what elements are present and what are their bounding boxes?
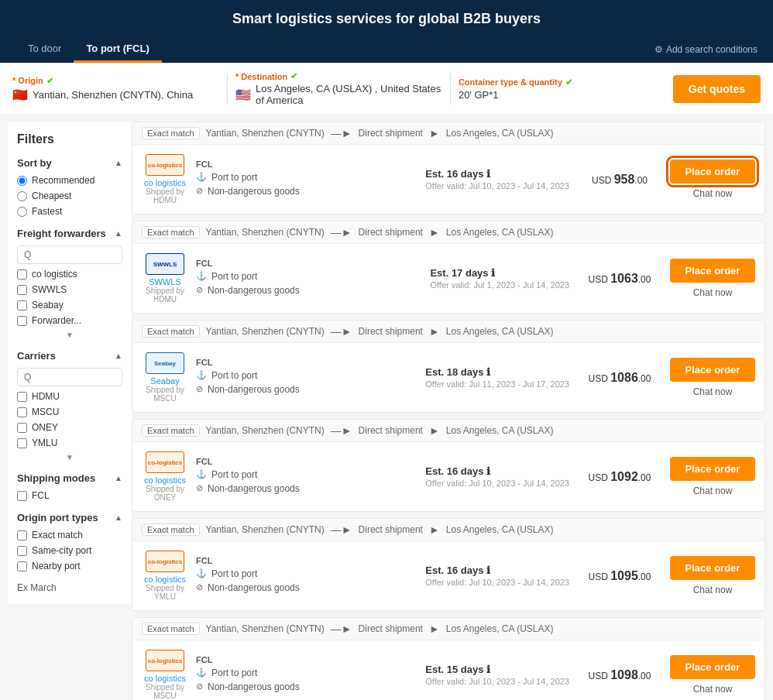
route-card: Exact match Yantian, Shenzhen (CNYTN) —►…	[132, 518, 765, 611]
carriers-header[interactable]: Carriers ▲	[17, 350, 122, 362]
destination-value: 🇺🇸 Los Angeles, CA (USLAX) , United Stat…	[235, 83, 442, 106]
tab-to-port-fcl[interactable]: To port (FCL)	[74, 36, 161, 63]
service2-label: Non-dangerous goods	[208, 582, 300, 593]
carrier-hdmu[interactable]: HDMU	[17, 391, 122, 402]
freight-forwarders-search[interactable]	[17, 245, 122, 264]
provider-logo: SWWLS SWWLS Shipped by HDMU	[142, 253, 188, 304]
offer-valid: Offer valid: Jul 11, 2023 - Jul 17, 2023	[425, 379, 569, 389]
place-order-button[interactable]: Place order	[670, 556, 755, 580]
chat-now-link[interactable]: Chat now	[693, 287, 733, 298]
port-icon: ⚓	[196, 172, 207, 182]
origin-field[interactable]: * Origin ✔ 🇨🇳 Yantian, Shenzhen (CNYTN),…	[12, 76, 219, 102]
carrier-ymlu[interactable]: YMLU	[17, 438, 122, 448]
currency: USD	[589, 373, 611, 384]
ff-seabay[interactable]: Seabay	[17, 300, 122, 311]
container-label: Container type & quantity ✔	[459, 77, 665, 88]
add-search-conditions[interactable]: ⚙ Add search conditions	[654, 44, 758, 55]
chat-now-link[interactable]: Chat now	[693, 684, 733, 695]
sort-recommended[interactable]: Recommended	[17, 175, 122, 186]
sort-cheapest[interactable]: Cheapest	[17, 190, 122, 201]
provider-name: co logistics	[144, 178, 186, 187]
carriers-search[interactable]	[17, 368, 122, 386]
route-card: Exact match Yantian, Shenzhen (CNYTN) —►…	[132, 221, 765, 314]
ff-scroll-down[interactable]: ▼	[17, 331, 122, 339]
get-quotes-button[interactable]: Get quotes	[673, 75, 761, 103]
place-order-button[interactable]: Place order	[670, 259, 755, 283]
chat-now-link[interactable]: Chat now	[693, 585, 733, 595]
goods-icon: ⊘	[196, 582, 203, 592]
port-nearby[interactable]: Nearby port	[17, 561, 122, 571]
place-order-button[interactable]: Place order	[670, 358, 755, 382]
route-tag: Exact match	[142, 523, 200, 536]
port-icon: ⚓	[196, 271, 207, 281]
route-details: FCL ⚓ Port to port ⊘ Non-dangerous goods	[196, 655, 417, 695]
route-arrow: —►	[331, 226, 352, 238]
route-details: FCL ⚓ Port to port ⊘ Non-dangerous goods	[196, 259, 422, 299]
route-arrow: —►	[331, 523, 352, 536]
mode-fcl[interactable]: FCL	[17, 490, 122, 501]
route-type: Direct shipment	[359, 425, 423, 436]
route-details: FCL ⚓ Port to port ⊘ Non-dangerous goods	[196, 160, 417, 200]
fcl-badge: FCL	[196, 358, 417, 367]
route-arrow2: ►	[429, 127, 440, 139]
provider-logo-box: co-logistics	[146, 650, 184, 671]
port-same-city[interactable]: Same-city port	[17, 545, 122, 556]
place-order-button[interactable]: Place order	[670, 655, 755, 679]
service-port: ⚓ Port to port	[196, 667, 417, 678]
route-type: Direct shipment	[359, 623, 423, 634]
est-days: Est. 18 days ℹ	[425, 366, 569, 378]
service-goods: ⊘ Non-dangerous goods	[196, 681, 417, 692]
sort-by-header[interactable]: Sort by ▲	[17, 157, 122, 169]
tabs: To door To port (FCL)	[15, 36, 162, 63]
route-type: Direct shipment	[359, 326, 423, 337]
route-origin: Yantian, Shenzhen (CNYTN)	[206, 128, 325, 139]
destination-field[interactable]: * Destination ✔ 🇺🇸 Los Angeles, CA (USLA…	[235, 71, 442, 106]
chat-now-link[interactable]: Chat now	[693, 486, 733, 496]
tab-to-door[interactable]: To door	[15, 36, 74, 63]
provider-sub: Shipped by HDMU	[142, 187, 188, 204]
chat-now-link[interactable]: Chat now	[693, 188, 733, 199]
place-order-button[interactable]: Place order	[670, 160, 755, 184]
ff-co-logistics[interactable]: co logistics	[17, 269, 122, 280]
service-port: ⚓ Port to port	[196, 568, 417, 579]
filter-origin-port-types: Origin port types ▲ Exact match Same-cit…	[17, 512, 122, 571]
carriers-scroll-down[interactable]: ▼	[17, 453, 122, 462]
service2-label: Non-dangerous goods	[208, 285, 300, 296]
page-title: Smart logistics services for global B2B …	[15, 11, 758, 36]
carrier-mscu[interactable]: MSCU	[17, 407, 122, 417]
provider-sub: Shipped by HDMU	[142, 287, 188, 304]
route-details: FCL ⚓ Port to port ⊘ Non-dangerous goods	[196, 556, 417, 596]
container-field[interactable]: Container type & quantity ✔ 20' GP*1	[459, 77, 665, 101]
place-order-button[interactable]: Place order	[670, 457, 755, 481]
destination-label: * Destination ✔	[235, 71, 442, 81]
fcl-badge: FCL	[196, 457, 417, 466]
route-arrow2: ►	[429, 325, 440, 338]
service-goods: ⊘ Non-dangerous goods	[196, 582, 417, 593]
est-time: Est. 15 days ℹ Offer valid: Jul 10, 2023…	[425, 664, 569, 686]
route-origin: Yantian, Shenzhen (CNYTN)	[206, 425, 325, 436]
field-divider-1	[227, 74, 228, 105]
est-time: Est. 16 days ℹ Offer valid: Jul 10, 2023…	[425, 168, 569, 190]
offer-valid: Offer valid: Jul 10, 2023 - Jul 14, 2023	[425, 181, 569, 190]
chat-now-link[interactable]: Chat now	[693, 386, 733, 397]
sort-fastest[interactable]: Fastest	[17, 206, 122, 217]
results-list: Exact match Yantian, Shenzhen (CNYTN) —►…	[132, 122, 765, 700]
origin-port-types-header[interactable]: Origin port types ▲	[17, 512, 122, 523]
carriers-list: HDMU MSCU ONEY YMLU	[17, 391, 122, 453]
route-type: Direct shipment	[359, 227, 423, 238]
ff-swwls[interactable]: SWWLS	[17, 284, 122, 295]
route-arrow2: ►	[429, 623, 440, 635]
freight-forwarders-header[interactable]: Freight forwarders ▲	[17, 228, 122, 239]
route-destination: Los Angeles, CA (USLAX)	[446, 128, 554, 139]
route-arrow: —►	[331, 623, 352, 635]
currency: USD	[589, 274, 611, 285]
est-time: Est. 18 days ℹ Offer valid: Jul 11, 2023…	[425, 366, 569, 389]
route-type: Direct shipment	[359, 128, 423, 139]
port-exact-match[interactable]: Exact match	[17, 530, 122, 540]
ff-forwarder[interactable]: Forwarder...	[17, 315, 122, 326]
filter-freight-forwarders: Freight forwarders ▲ co logistics SWWLS …	[17, 228, 122, 339]
provider-name: co logistics	[144, 475, 186, 485]
service-port: ⚓ Port to port	[196, 469, 417, 480]
shipping-modes-header[interactable]: Shipping modes ▲	[17, 472, 122, 484]
carrier-oney[interactable]: ONEY	[17, 422, 122, 433]
